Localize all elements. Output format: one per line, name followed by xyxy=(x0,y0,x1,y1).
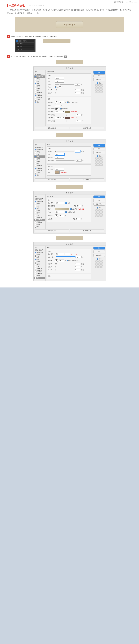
select[interactable]: 正常 xyxy=(55,202,64,204)
checkbox-icon[interactable] xyxy=(35,264,36,265)
select[interactable]: 内斜面 xyxy=(55,77,64,80)
slider[interactable] xyxy=(55,84,74,85)
rounded-rect-tool-icon[interactable] xyxy=(16,40,18,42)
sidebar-item[interactable]: 图案叠加 xyxy=(33,221,45,223)
checkbox-icon[interactable] xyxy=(35,160,36,162)
angle-dial[interactable] xyxy=(55,259,58,262)
select[interactable]: 正片叠底 xyxy=(55,117,64,119)
slider[interactable] xyxy=(56,114,75,116)
sidebar-item[interactable]: 纹理 xyxy=(33,153,45,156)
cancel-button[interactable]: 取消 xyxy=(94,250,105,253)
tool-field-0[interactable]: 自动添加 xyxy=(22,40,34,42)
checkbox-icon[interactable] xyxy=(35,201,36,202)
preview-checkbox[interactable] xyxy=(97,207,98,208)
footer-button[interactable]: 设置为默认值 xyxy=(35,230,69,232)
checkbox-icon[interactable] xyxy=(35,224,36,225)
sidebar-item[interactable]: 外发光 xyxy=(33,172,45,174)
checkbox[interactable] xyxy=(70,208,72,210)
sidebar-item[interactable]: 渐变叠加 xyxy=(33,94,45,96)
cancel-button[interactable]: 取消 xyxy=(94,199,105,202)
sidebar-item[interactable]: 内阴影 xyxy=(33,210,45,212)
sidebar-item[interactable]: 渐变叠加 xyxy=(33,219,45,221)
tool-field-3[interactable]: 半径: 4 px xyxy=(16,48,34,50)
sidebar-item[interactable]: 斜面和浮雕 xyxy=(33,251,45,254)
sidebar-item[interactable]: 外发光 xyxy=(33,223,45,226)
checkbox-icon[interactable] xyxy=(35,210,36,211)
sidebar-item[interactable]: 混合选项: 默认 xyxy=(33,198,45,200)
sidebar-item[interactable]: 内发光 xyxy=(33,160,45,162)
new-button[interactable]: 新建样式... xyxy=(94,151,105,154)
checkbox[interactable] xyxy=(67,102,69,103)
sidebar-item[interactable]: 图案叠加 xyxy=(33,169,45,172)
preview-checkbox[interactable] xyxy=(97,155,98,157)
checkbox-icon[interactable] xyxy=(35,163,36,164)
value-input[interactable]: 100 xyxy=(76,159,82,162)
checkbox-icon[interactable] xyxy=(35,277,36,279)
checkbox-icon[interactable] xyxy=(35,226,36,228)
sidebar-item[interactable]: 描边 xyxy=(33,207,45,210)
sidebar-item[interactable]: 纹理 xyxy=(33,205,45,207)
checkbox-icon[interactable] xyxy=(35,259,36,260)
sidebar-item[interactable]: 等高线 xyxy=(33,78,45,80)
color-swatch[interactable] xyxy=(65,253,70,255)
sidebar-item[interactable]: 斜面和浮雕 xyxy=(33,200,45,202)
sidebar-item[interactable]: 内发光 xyxy=(33,263,45,265)
checkbox-icon[interactable] xyxy=(35,217,36,218)
checkbox-icon[interactable] xyxy=(35,168,36,169)
slider[interactable] xyxy=(55,266,74,268)
select[interactable]: 线性 xyxy=(55,211,64,213)
checkbox-icon[interactable] xyxy=(35,172,36,174)
angle-dial[interactable] xyxy=(55,101,58,104)
tool-field-1[interactable]: 宽度: 160 px xyxy=(16,43,34,45)
new-button[interactable]: 新建样式... xyxy=(94,78,105,81)
sidebar-item[interactable]: 等高线 xyxy=(33,202,45,205)
checkbox-icon[interactable] xyxy=(35,268,36,270)
value-input[interactable]: 90 xyxy=(59,260,64,262)
ok-button[interactable]: 确定 xyxy=(94,144,105,147)
checkbox-icon[interactable] xyxy=(35,76,36,78)
checkbox-icon[interactable] xyxy=(35,256,36,258)
slider[interactable] xyxy=(55,90,74,91)
footer-button[interactable]: 复位为默认值 xyxy=(70,127,104,129)
checkbox-icon[interactable] xyxy=(35,158,36,160)
angle-dial[interactable] xyxy=(55,214,58,217)
ok-button[interactable]: 确定 xyxy=(94,71,105,74)
checkbox-icon[interactable] xyxy=(35,149,36,150)
sidebar-item[interactable]: 描边 xyxy=(33,258,45,260)
sidebar-item[interactable]: 颜色叠加 xyxy=(33,216,45,219)
checkbox-icon[interactable] xyxy=(35,254,36,256)
value-input[interactable]: 0 xyxy=(75,92,80,94)
new-button[interactable]: 新建样式... xyxy=(94,203,105,206)
checkbox-icon[interactable] xyxy=(35,102,36,103)
sidebar-item[interactable]: 内发光 xyxy=(33,212,45,214)
checkbox-icon[interactable] xyxy=(35,88,36,89)
contour-picker[interactable] xyxy=(55,108,59,110)
sidebar-item[interactable]: 内阴影 xyxy=(33,85,45,87)
ok-button[interactable]: 确定 xyxy=(94,247,105,250)
checkbox-icon[interactable] xyxy=(35,99,36,100)
checkbox-icon[interactable] xyxy=(35,261,36,262)
sidebar-item[interactable]: 混合选项: 默认 xyxy=(33,73,45,76)
sidebar-item[interactable]: 渐变叠加 xyxy=(33,270,45,272)
slider[interactable] xyxy=(56,256,75,258)
cancel-button[interactable]: 取消 xyxy=(94,74,105,77)
footer-button[interactable]: 设置为默认值 xyxy=(35,178,69,181)
slider[interactable] xyxy=(56,206,75,207)
sidebar-item[interactable]: 混合选项: 默认 xyxy=(33,249,45,251)
checkbox-icon[interactable] xyxy=(35,90,36,91)
checkbox-icon[interactable] xyxy=(35,151,36,153)
slider[interactable] xyxy=(55,269,74,270)
slider[interactable] xyxy=(55,92,74,94)
sidebar-item[interactable]: 斜面和浮雕 xyxy=(33,76,45,78)
sidebar-item[interactable]: 外发光 xyxy=(33,99,45,101)
value-input[interactable]: 30 xyxy=(55,104,60,107)
radio[interactable] xyxy=(59,86,61,88)
checkbox-icon[interactable] xyxy=(35,170,36,171)
sidebar-item[interactable]: 描边 xyxy=(33,156,45,158)
checkbox-icon[interactable] xyxy=(35,266,36,267)
tool-field-2[interactable]: 高度: 50 px xyxy=(16,46,34,48)
checkbox-icon[interactable] xyxy=(35,85,36,87)
big-design-button[interactable]: BigDesign xyxy=(56,22,83,28)
checkbox-icon[interactable] xyxy=(35,275,36,276)
sidebar-item[interactable]: 投影 xyxy=(33,174,45,176)
